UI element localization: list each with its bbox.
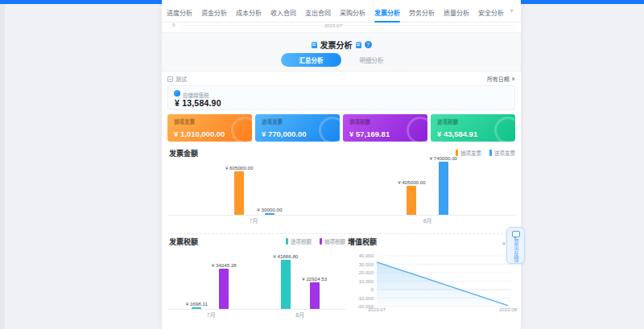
bars-8月: ¥ 405000.00¥ 740000.00: [398, 155, 457, 216]
bar-rect[interactable]: [407, 186, 416, 216]
section-divider: [167, 233, 515, 234]
project-label: 测试: [175, 75, 187, 83]
nav-tab-3[interactable]: 成本分析: [236, 8, 262, 17]
stat-card-label: 进项发票: [262, 117, 283, 125]
help-icon[interactable]: ?: [365, 41, 372, 48]
bar-销项发票-8月: ¥ 405000.00: [398, 179, 425, 216]
feedback-widget[interactable]: 意见反馈: [506, 227, 525, 264]
fragment-gridline: [181, 25, 514, 26]
stat-card-value: ¥ 43,584.91: [437, 130, 477, 138]
previous-chart-fragment: 0 2023-07: [162, 23, 521, 33]
bar-rect[interactable]: [265, 213, 275, 216]
fragment-y-tick: 0: [172, 23, 175, 27]
header-band: 发票分析 ? 汇总分析明细分析: [162, 33, 521, 72]
invoice-analysis-page: 进度分析资金分析成本分析收入合同支出合同采购分析发票分析劳务分析质量分析安全分析…: [0, 0, 644, 329]
legend-item-进项税额[interactable]: 进项税额: [286, 237, 312, 245]
bar-销项发票-7月: ¥ 605000.00: [225, 165, 253, 216]
page-title: 发票分析: [320, 39, 353, 51]
nav-tab-7[interactable]: 发票分析: [374, 8, 400, 17]
content-panel: 进度分析资金分析成本分析收入合同支出合同采购分析发票分析劳务分析质量分析安全分析…: [162, 0, 521, 329]
bar-销项税额-7月: ¥ 34245.28: [212, 262, 237, 310]
stat-card-value: ¥ 770,000.00: [262, 130, 306, 138]
bar-rect[interactable]: [192, 307, 201, 310]
bar-group-7月: ¥ 1698.11¥ 34245.287月: [186, 262, 237, 319]
toggle-option-1[interactable]: 汇总分析: [281, 53, 341, 67]
toggle-option-2[interactable]: 明细分析: [341, 53, 402, 67]
stat-cards-row: 销项发票¥ 1,010,000.00进项发票¥ 770,000.00销项税额¥ …: [167, 114, 515, 142]
stat-card-value: ¥ 57,169.81: [349, 130, 390, 138]
bar-value-label: ¥ 34245.28: [212, 262, 237, 268]
nav-tab-9[interactable]: 质量分析: [444, 8, 469, 17]
fragment-x-tick: 2023-07: [320, 23, 347, 28]
bar-value-label: ¥ 41886.80: [273, 253, 298, 259]
left-edge-strip: [0, 4, 5, 329]
nav-tab-8[interactable]: 劳务分析: [409, 8, 435, 17]
bar-进项税额-7月: ¥ 1698.11: [186, 301, 208, 310]
y-tick-label: 20,000: [359, 270, 374, 275]
feedback-label: 意见反馈: [512, 239, 520, 263]
stat-card-label: 销项发票: [174, 117, 195, 125]
nav-tab-5[interactable]: 支出合同: [305, 8, 331, 17]
legend-swatch: [320, 238, 322, 245]
bars-7月: ¥ 1698.11¥ 34245.28: [186, 262, 237, 310]
y-tick-label: 0: [371, 287, 374, 292]
category-label: 8月: [423, 216, 432, 225]
project-icon: [167, 76, 173, 82]
nav-tab-2[interactable]: 资金分析: [201, 8, 227, 17]
vat-amount-chart: 40,00030,00020,00010,0000-10,000-20,000 …: [348, 249, 517, 315]
bars-8月: ¥ 41886.80¥ 22924.53: [273, 253, 327, 310]
stat-card-label: 进项税额: [437, 117, 458, 125]
stat-card-3[interactable]: 销项税额¥ 57,169.81: [343, 114, 427, 142]
x-tick-label-2023-08: 2023-08: [496, 307, 520, 312]
bar-进项税额-8月: ¥ 41886.80: [273, 253, 298, 310]
bar-rect[interactable]: [439, 162, 448, 216]
stat-card-4[interactable]: 进项税额¥ 43,584.91: [431, 114, 515, 142]
bar-group-8月: ¥ 41886.80¥ 22924.538月: [273, 253, 327, 319]
y-tick-label: 10,000: [359, 279, 374, 284]
legend-label: 销项税额: [324, 237, 345, 245]
nav-tab-1[interactable]: 进度分析: [167, 8, 192, 17]
bar-value-label: ¥ 30000.00: [257, 207, 282, 212]
feedback-handle-dot: [502, 242, 506, 245]
x-tick-label-2023-07: 2023-07: [365, 307, 389, 312]
bar-value-label: ¥ 405000.00: [398, 179, 425, 185]
date-filter-label: 所有日期: [487, 75, 510, 83]
bar-销项税额-8月: ¥ 22924.53: [302, 276, 327, 310]
y-tick-label: 30,000: [359, 262, 374, 267]
bar-value-label: ¥ 740000.00: [430, 155, 457, 161]
category-label: 7月: [250, 216, 258, 225]
bar-group-7月: ¥ 605000.00¥ 30000.007月: [225, 165, 282, 225]
bar-rect[interactable]: [281, 260, 291, 310]
stat-card-1[interactable]: 销项发票¥ 1,010,000.00: [167, 114, 252, 142]
stat-card-value: ¥ 1,010,000.00: [174, 130, 225, 138]
invoice-tax-legend: 进项税额销项税额: [286, 237, 345, 245]
vat-payable-card: 应缴增值税 ¥ 13,584.90: [167, 85, 515, 110]
stat-card-2[interactable]: 进项发票¥ 770,000.00: [255, 114, 340, 142]
invoice-decor-icon-left: [312, 42, 317, 48]
invoice-amount-chart: ¥ 605000.00¥ 30000.007月¥ 405000.00¥ 7400…: [167, 153, 515, 225]
project-selector[interactable]: 测试: [167, 75, 187, 83]
legend-swatch: [286, 238, 288, 245]
vat-payable-value: ¥ 13,584.90: [175, 98, 221, 108]
nav-collapse-icon[interactable]: ∨: [510, 7, 514, 14]
legend-item-销项税额[interactable]: 销项税额: [320, 237, 345, 245]
bar-group-8月: ¥ 405000.00¥ 740000.008月: [398, 155, 457, 225]
feedback-chat-icon: [512, 231, 520, 237]
page-title-row: 发票分析 ?: [162, 39, 521, 51]
vat-line-svg: [375, 249, 515, 315]
vat-amount-title: 增值税额: [348, 236, 377, 247]
bar-rect[interactable]: [219, 269, 229, 310]
bars-7月: ¥ 605000.00¥ 30000.00: [225, 165, 282, 216]
nav-tab-10[interactable]: 安全分析: [478, 8, 504, 17]
nav-tab-4[interactable]: 收入合同: [270, 8, 296, 17]
date-filter[interactable]: 所有日期 ∨: [487, 75, 515, 83]
invoice-tax-chart: ¥ 1698.11¥ 34245.287月¥ 41886.80¥ 22924.5…: [167, 249, 345, 319]
bar-进项发票-7月: ¥ 30000.00: [257, 207, 282, 216]
y-tick-label: 40,000: [359, 253, 374, 258]
chevron-down-icon: ∨: [511, 76, 515, 82]
nav-tab-6[interactable]: 采购分析: [340, 8, 365, 17]
category-label: 7月: [207, 310, 216, 319]
bar-rect[interactable]: [234, 171, 244, 216]
bar-rect[interactable]: [310, 282, 320, 310]
bar-value-label: ¥ 1698.11: [186, 301, 208, 306]
